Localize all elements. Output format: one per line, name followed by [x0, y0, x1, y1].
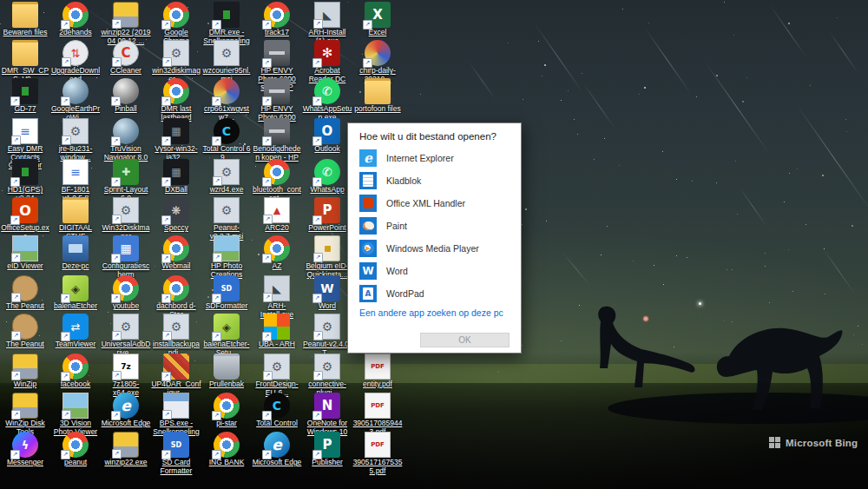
desktop-icon-dmr-last-lastheard[interactable]: DMR last lastheard [151, 78, 201, 122]
desktop-icon-winzip-disk-tools[interactable]: WinZip Disk Tools [0, 393, 50, 436]
desktop-icon-powerpoint[interactable]: PowerPoint [302, 197, 352, 233]
desktop-icon-dachbord-d-star[interactable]: dachbord d-Star [151, 275, 201, 319]
desktop-icon-arh-install-1-exe[interactable]: ARH-Install (1).exe [302, 2, 352, 45]
open-with-app-word[interactable]: Word [359, 261, 516, 281]
desktop-icon-arh-install-exe[interactable]: ARH-Install.exe [252, 275, 302, 319]
desktop-icon-pinball[interactable]: Pinball [101, 78, 151, 114]
desktop-icon-hd1-gps-v2-24[interactable]: HD1(GPS) v2.24 [0, 159, 50, 202]
desktop-icon-officesetup-exe[interactable]: OfficeSetup.exe [0, 197, 50, 241]
desktop-icon-speccy[interactable]: Speccy [151, 197, 201, 233]
desktop-icon-pi-star[interactable]: pi-star [201, 393, 252, 428]
desktop-icon-publisher[interactable]: Publisher [302, 432, 352, 467]
desktop-icon-portofoon-files[interactable]: portofoon files [352, 78, 403, 114]
chrome-icon [214, 393, 240, 419]
desktop-icon-webmail[interactable]: Webmail [151, 235, 201, 271]
desktop-icon-total-control[interactable]: Total Control [252, 393, 302, 428]
desktop-icon-label: peanut [50, 459, 101, 467]
desktop-icon-peanut-v2-4-0-t[interactable]: Peanut-v2.4.0-T... [302, 314, 352, 357]
desktop-icon-win32diskimager[interactable]: Win32DiskImager [101, 197, 151, 241]
desktop-icon-jre-8u231-window[interactable]: jre-8u231-window... [50, 118, 101, 162]
desktop-icon-dmr-exe-snelkoppeling[interactable]: DMR.exe - Snelkoppeling [201, 2, 252, 45]
desktop-icon-the-peanut[interactable]: The Peanut [0, 314, 50, 349]
desktop-icon-whatsappsetup-exe[interactable]: WhatsAppSetup.exe [302, 78, 352, 122]
desktop-icon-total-control-6-9[interactable]: Total Control 6 9 ... [201, 118, 252, 162]
open-with-app-paint[interactable]: Paint [359, 216, 516, 235]
desktop-icon-universaladbdrive[interactable]: UniversalAdbDrive... [101, 314, 151, 357]
search-another-app-link[interactable]: Een andere app zoeken op deze pc [359, 307, 503, 318]
desktop-icon-messenger[interactable]: Messenger [0, 432, 50, 467]
desktop-icon-configuratiescherm[interactable]: Configuratiescherm [101, 235, 151, 279]
desktop-icon-2dehands[interactable]: 2dehands [50, 2, 101, 37]
desktop-icon-ccleaner[interactable]: CCleaner [101, 40, 151, 76]
desktop-icon-wzcourier95nl-msi[interactable]: wzcourier95nl.msi [201, 40, 252, 83]
desktop-icon-bf-1801-v1-0-5-8[interactable]: BF-1801 v1.0.5.8 [50, 159, 101, 202]
desktop-icon-eid-viewer[interactable]: eID Viewer [0, 235, 50, 271]
desktop-icon-3d-vision-photo-viewer[interactable]: 3D Vision Photo Viewer [50, 393, 101, 436]
open-with-app-windows-media-player[interactable]: Windows Media Player [359, 239, 516, 258]
desktop-icon-balenaetcher[interactable]: balenaEtcher [50, 275, 101, 311]
desktop-icon-upgradedownload[interactable]: UpgradeDownload [50, 40, 101, 83]
desktop-icon-up4dar-configur[interactable]: UP4DAR_Configur... [151, 354, 201, 397]
desktop-icon-vysor-win32-ia32[interactable]: Vysor-win32-ia32... [151, 118, 201, 162]
desktop-icon-teamviewer[interactable]: TeamViewer [50, 314, 101, 349]
desktop-icon-peanut[interactable]: peanut [50, 432, 101, 467]
desktop-icon-sd-card-formatter[interactable]: SD Card Formatter [151, 432, 201, 475]
desktop-icon-outlook[interactable]: Outlook [302, 118, 352, 154]
desktop-icon-googleearthprowi[interactable]: GoogleEarthProWi... [50, 78, 101, 122]
desktop-icon-peanut-v2-2-7-msi[interactable]: Peanut-v2.2.7.msi [201, 197, 252, 241]
desktop-icon-winzip[interactable]: WinZip [0, 354, 50, 389]
installer-icon [163, 314, 189, 340]
desktop-icon-prullenbak[interactable]: Prullenbak [201, 354, 252, 389]
desktop-icon-uba-arh[interactable]: UBA - ARH [252, 314, 302, 349]
open-with-app-office-xml-handler[interactable]: Office XML Handler [359, 194, 516, 213]
desktop-icon-onenote-for-windows-10[interactable]: OneNote for Windows 10 [302, 393, 352, 436]
desktop-icon-facebook[interactable]: facebook [50, 354, 101, 389]
desktop-icon-chirp-daily-20210[interactable]: chirp-daily-20210... [352, 40, 403, 83]
app-name: Office XML Handler [386, 198, 465, 208]
desktop-icon-az[interactable]: AZ [252, 235, 302, 271]
desktop-icon-label: The Peanut [0, 302, 50, 311]
desktop-icon-7z1805-x64-exe[interactable]: 7z1805-x64.exe [101, 354, 151, 397]
desktop-icon-the-peanut[interactable]: The Peanut [0, 275, 50, 311]
desktop-icon-crp661xwgvstw7[interactable]: crp661xwgvstw7... [201, 78, 252, 122]
desktop-icon-bewaren-files[interactable]: Bewaren files [0, 2, 50, 37]
desktop-icon-3905171675355-pdf[interactable]: 3905171675355.pdf [352, 432, 403, 475]
desktop-icon-win32diskimager[interactable]: win32diskimager-... [151, 40, 201, 83]
desktop-icon-track17[interactable]: track17 [252, 2, 302, 37]
desktop-icon-belgium-eid-quickinsta[interactable]: Belgium eID-Quickinsta... [302, 235, 352, 279]
desktop-icon-3905170859443-pdf[interactable]: 3905170859443.pdf [352, 393, 403, 436]
desktop-icon-excel[interactable]: Excel [352, 2, 403, 37]
open-with-app-internet-explorer[interactable]: Internet Explorer [359, 149, 516, 168]
desktop-icon-ing-bank[interactable]: ING BANK [201, 432, 252, 467]
desktop-icon-winzip22-2019-04-09-12[interactable]: winzip22 (2019 04 09 12 ... [101, 2, 151, 45]
desktop-icon-digitaal-stuf[interactable]: DIGITAAL STUF [50, 197, 101, 241]
desktop-icon-microsoft-edge[interactable]: Microsoft Edge [252, 432, 302, 467]
open-with-app-wordpad[interactable]: WordPad [359, 284, 516, 303]
desktop-icon-bluetooth-content[interactable]: bluetooth_content... [252, 159, 302, 202]
desktop-icon-arc20[interactable]: ARC20 [252, 197, 302, 233]
desktop-icon-dmr-sw-cps-v9[interactable]: DMR_SW_CPS_V9... [0, 40, 50, 83]
desktop-icon-microsoft-edge[interactable]: Microsoft Edge [101, 393, 151, 428]
desktop-icon-youtube[interactable]: youtube [101, 275, 151, 311]
desktop-icon-truvision-navigator-8-0[interactable]: TruVision Navigator 8.0 [101, 118, 151, 162]
desktop-icon-google-chrome[interactable]: Google Chrome [151, 2, 201, 45]
desktop-icon-balenaetcher-setu[interactable]: balenaEtcher-Setu... [201, 314, 252, 357]
desktop-icon-deze-pc[interactable]: Deze pc [50, 235, 101, 271]
ok-button[interactable]: OK [420, 333, 510, 347]
desktop-icon-connective-plugi[interactable]: connective-plugi... [302, 354, 352, 397]
desktop-icon-whatsapp[interactable]: WhatsApp [302, 159, 352, 195]
desktop-icon-frontdesign-eu-6[interactable]: FrontDesign-EU-6... [252, 354, 302, 397]
desktop-icon-hp-photo-creations[interactable]: HP Photo Creations [201, 235, 252, 279]
desktop-icon-winzip22-exe[interactable]: winzip22.exe [101, 432, 151, 467]
desktop-icon-entity-pdf[interactable]: entity.pdf [352, 354, 403, 389]
desktop-icon-sprint-layout-6-0[interactable]: Sprint-Layout 6.0 [101, 159, 151, 202]
desktop-icon-dxball[interactable]: DXBall [151, 159, 201, 195]
desktop-icon-sdformatter[interactable]: SDFormatter [201, 275, 252, 311]
desktop-icon-word[interactable]: Word [302, 275, 352, 311]
desktop-icon-wzrd4-exe[interactable]: wzrd4.exe [201, 159, 252, 195]
desktop-icon-gd-77[interactable]: GD-77 [0, 78, 50, 114]
desktop-icon-acrobat-reader-dc[interactable]: Acrobat Reader DC [302, 40, 352, 83]
desktop-icon-installbackupandi[interactable]: installbackupandi... [151, 314, 201, 357]
desktop-icon-bps-exe-snelkoppeling[interactable]: BPS.exe - Snelkoppeling [151, 393, 201, 436]
open-with-app-kladblok[interactable]: Kladblok [359, 171, 516, 190]
